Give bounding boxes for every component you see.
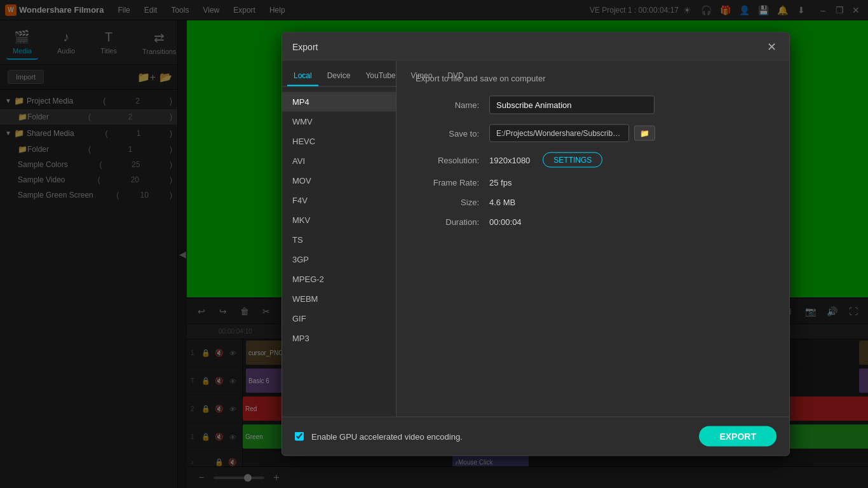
format-wmv[interactable]: WMV xyxy=(282,112,396,132)
duration-label: Duration: xyxy=(416,217,479,227)
save-to-label: Save to: xyxy=(416,128,479,138)
format-ts[interactable]: TS xyxy=(282,230,396,250)
format-3gp[interactable]: 3GP xyxy=(282,250,396,269)
dialog-header: Export ✕ xyxy=(282,33,789,61)
duration-row: Duration: 00:00:04 xyxy=(416,217,770,227)
framerate-row: Frame Rate: 25 fps xyxy=(416,178,770,187)
gpu-label: Enable GPU accelerated video encoding. xyxy=(311,431,463,441)
name-row: Name: xyxy=(416,96,770,114)
duration-value: 00:00:04 xyxy=(489,217,522,227)
resolution-row: Resolution: 1920x1080 SETTINGS xyxy=(416,152,770,168)
size-row: Size: 4.6 MB xyxy=(416,198,770,207)
format-f4v[interactable]: F4V xyxy=(282,191,396,210)
format-webm[interactable]: WEBM xyxy=(282,289,396,309)
resolution-label: Resolution: xyxy=(416,155,479,165)
path-display: E:/Projects/Wondershare/Subscribe Butt xyxy=(489,125,629,142)
export-settings-panel: Export to file and save on computer Name… xyxy=(397,61,789,417)
gpu-checkbox[interactable] xyxy=(295,432,304,441)
name-label: Name: xyxy=(416,100,479,110)
export-button[interactable]: EXPORT xyxy=(699,426,776,447)
format-mov[interactable]: MOV xyxy=(282,171,396,191)
tab-device[interactable]: Device xyxy=(321,66,357,86)
format-mp4[interactable]: MP4 xyxy=(282,92,396,112)
format-gif[interactable]: GIF xyxy=(282,309,396,329)
name-input[interactable] xyxy=(489,96,654,114)
format-mp3[interactable]: MP3 xyxy=(282,329,396,348)
settings-button[interactable]: SETTINGS xyxy=(543,152,602,168)
framerate-label: Frame Rate: xyxy=(416,178,479,187)
size-value: 4.6 MB xyxy=(489,198,515,207)
tab-local[interactable]: Local xyxy=(287,66,318,86)
format-mkv[interactable]: MKV xyxy=(282,210,396,230)
browse-button[interactable]: 📁 xyxy=(634,126,655,141)
export-dialog: Export ✕ Local Device YouTube Vimeo DVD … xyxy=(281,32,790,456)
export-subtitle: Export to file and save on computer xyxy=(416,74,770,83)
format-list: Local Device YouTube Vimeo DVD MP4 WMV H… xyxy=(282,61,397,417)
save-to-row: Save to: E:/Projects/Wondershare/Subscri… xyxy=(416,125,770,142)
format-avi[interactable]: AVI xyxy=(282,151,396,171)
format-mpeg2[interactable]: MPEG-2 xyxy=(282,269,396,289)
export-tabs: Local Device YouTube Vimeo DVD xyxy=(282,66,396,87)
resolution-value: 1920x1080 xyxy=(489,155,530,165)
tab-youtube[interactable]: YouTube xyxy=(359,66,402,86)
dialog-footer: Enable GPU accelerated video encoding. E… xyxy=(282,417,789,456)
size-label: Size: xyxy=(416,198,479,207)
dialog-close-button[interactable]: ✕ xyxy=(764,39,779,54)
dialog-title: Export xyxy=(292,41,318,51)
format-hevc[interactable]: HEVC xyxy=(282,132,396,151)
dialog-body: Local Device YouTube Vimeo DVD MP4 WMV H… xyxy=(282,61,789,417)
framerate-value: 25 fps xyxy=(489,178,512,187)
